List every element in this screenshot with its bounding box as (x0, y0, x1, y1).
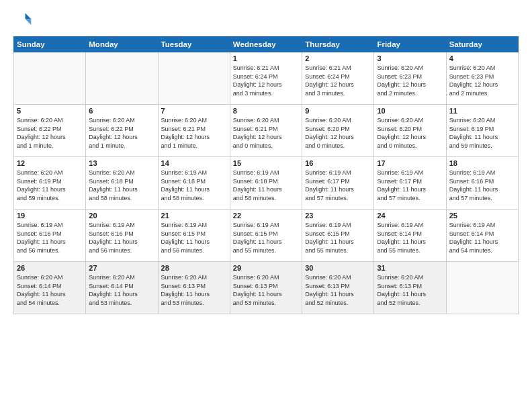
day-info: Sunrise: 6:19 AM Sunset: 6:18 PM Dayligh… (233, 169, 299, 202)
day-number: 14 (161, 159, 227, 167)
calendar-cell: 12Sunrise: 6:20 AM Sunset: 6:19 PM Dayli… (14, 157, 86, 210)
calendar-cell: 13Sunrise: 6:20 AM Sunset: 6:18 PM Dayli… (86, 157, 158, 210)
day-number: 16 (305, 159, 371, 167)
calendar-week-row: 1Sunrise: 6:21 AM Sunset: 6:24 PM Daylig… (14, 52, 519, 105)
day-number: 26 (17, 264, 83, 272)
calendar-cell: 4Sunrise: 6:20 AM Sunset: 6:23 PM Daylig… (446, 52, 518, 105)
day-number: 7 (161, 107, 227, 115)
calendar-cell (14, 52, 86, 105)
day-number: 25 (449, 212, 515, 220)
day-info: Sunrise: 6:20 AM Sunset: 6:20 PM Dayligh… (377, 116, 443, 150)
calendar-cell: 18Sunrise: 6:19 AM Sunset: 6:16 PM Dayli… (446, 157, 518, 210)
calendar-cell: 20Sunrise: 6:19 AM Sunset: 6:16 PM Dayli… (86, 210, 158, 262)
calendar-cell: 3Sunrise: 6:20 AM Sunset: 6:23 PM Daylig… (374, 52, 446, 105)
weekday-header: Friday (374, 37, 446, 52)
day-number: 12 (17, 159, 83, 167)
calendar-cell (86, 52, 158, 105)
calendar-cell: 19Sunrise: 6:19 AM Sunset: 6:16 PM Dayli… (14, 210, 86, 262)
day-info: Sunrise: 6:20 AM Sunset: 6:21 PM Dayligh… (161, 116, 227, 150)
calendar-cell: 22Sunrise: 6:19 AM Sunset: 6:15 PM Dayli… (230, 210, 302, 262)
day-number: 8 (233, 107, 299, 115)
day-number: 4 (449, 54, 515, 62)
day-info: Sunrise: 6:19 AM Sunset: 6:15 PM Dayligh… (305, 221, 371, 255)
weekday-header: Monday (86, 37, 158, 52)
calendar-cell: 8Sunrise: 6:20 AM Sunset: 6:21 PM Daylig… (230, 105, 302, 157)
day-number: 21 (161, 212, 227, 220)
calendar-cell: 27Sunrise: 6:20 AM Sunset: 6:14 PM Dayli… (86, 262, 158, 314)
calendar-cell: 5Sunrise: 6:20 AM Sunset: 6:22 PM Daylig… (14, 105, 86, 157)
day-number: 30 (305, 264, 371, 272)
weekday-header: Saturday (446, 37, 518, 52)
day-info: Sunrise: 6:20 AM Sunset: 6:14 PM Dayligh… (89, 273, 154, 307)
day-number: 24 (377, 212, 443, 220)
calendar-week-row: 26Sunrise: 6:20 AM Sunset: 6:14 PM Dayli… (14, 262, 519, 314)
calendar-cell: 16Sunrise: 6:19 AM Sunset: 6:17 PM Dayli… (302, 157, 374, 210)
day-info: Sunrise: 6:19 AM Sunset: 6:15 PM Dayligh… (161, 221, 227, 255)
calendar-cell: 1Sunrise: 6:21 AM Sunset: 6:24 PM Daylig… (230, 52, 302, 105)
calendar-cell (158, 52, 230, 105)
day-number: 18 (449, 159, 515, 167)
day-number: 9 (305, 107, 371, 115)
calendar-cell: 31Sunrise: 6:20 AM Sunset: 6:13 PM Dayli… (374, 262, 446, 314)
day-info: Sunrise: 6:20 AM Sunset: 6:19 PM Dayligh… (449, 116, 515, 150)
day-info: Sunrise: 6:19 AM Sunset: 6:18 PM Dayligh… (161, 169, 227, 202)
day-info: Sunrise: 6:20 AM Sunset: 6:13 PM Dayligh… (233, 273, 299, 307)
day-info: Sunrise: 6:21 AM Sunset: 6:24 PM Dayligh… (233, 64, 299, 97)
day-info: Sunrise: 6:20 AM Sunset: 6:21 PM Dayligh… (233, 116, 299, 150)
day-info: Sunrise: 6:19 AM Sunset: 6:17 PM Dayligh… (305, 169, 371, 202)
day-number: 17 (377, 159, 443, 167)
day-info: Sunrise: 6:20 AM Sunset: 6:23 PM Dayligh… (377, 64, 443, 97)
day-info: Sunrise: 6:20 AM Sunset: 6:22 PM Dayligh… (17, 116, 83, 150)
calendar-cell: 14Sunrise: 6:19 AM Sunset: 6:18 PM Dayli… (158, 157, 230, 210)
calendar-body: 1Sunrise: 6:21 AM Sunset: 6:24 PM Daylig… (14, 52, 519, 314)
day-info: Sunrise: 6:19 AM Sunset: 6:17 PM Dayligh… (377, 169, 443, 202)
day-info: Sunrise: 6:19 AM Sunset: 6:16 PM Dayligh… (89, 221, 154, 255)
day-info: Sunrise: 6:20 AM Sunset: 6:22 PM Dayligh… (89, 116, 154, 150)
calendar-cell: 9Sunrise: 6:20 AM Sunset: 6:20 PM Daylig… (302, 105, 374, 157)
day-number: 22 (233, 212, 299, 220)
day-number: 31 (377, 264, 443, 272)
page: SundayMondayTuesdayWednesdayThursdayFrid… (0, 0, 532, 411)
day-info: Sunrise: 6:20 AM Sunset: 6:13 PM Dayligh… (161, 273, 227, 307)
day-number: 23 (305, 212, 371, 220)
day-number: 15 (233, 159, 299, 167)
calendar-week-row: 12Sunrise: 6:20 AM Sunset: 6:19 PM Dayli… (14, 157, 519, 210)
day-number: 27 (89, 264, 154, 272)
day-info: Sunrise: 6:20 AM Sunset: 6:23 PM Dayligh… (449, 64, 515, 97)
day-number: 19 (17, 212, 83, 220)
calendar-header: SundayMondayTuesdayWednesdayThursdayFrid… (14, 37, 519, 52)
day-number: 3 (377, 54, 443, 62)
day-number: 2 (305, 54, 371, 62)
day-number: 28 (161, 264, 227, 272)
calendar-week-row: 5Sunrise: 6:20 AM Sunset: 6:22 PM Daylig… (14, 105, 519, 157)
weekday-row: SundayMondayTuesdayWednesdayThursdayFrid… (14, 37, 519, 52)
logo-icon (13, 11, 32, 30)
calendar-week-row: 19Sunrise: 6:19 AM Sunset: 6:16 PM Dayli… (14, 210, 519, 262)
day-number: 5 (17, 107, 83, 115)
calendar-cell: 29Sunrise: 6:20 AM Sunset: 6:13 PM Dayli… (230, 262, 302, 314)
calendar-cell: 2Sunrise: 6:21 AM Sunset: 6:24 PM Daylig… (302, 52, 374, 105)
calendar-cell (446, 262, 518, 314)
weekday-header: Thursday (302, 37, 374, 52)
day-info: Sunrise: 6:20 AM Sunset: 6:19 PM Dayligh… (17, 169, 83, 202)
day-info: Sunrise: 6:19 AM Sunset: 6:15 PM Dayligh… (233, 221, 299, 255)
day-number: 11 (449, 107, 515, 115)
calendar-cell: 28Sunrise: 6:20 AM Sunset: 6:13 PM Dayli… (158, 262, 230, 314)
calendar-cell: 25Sunrise: 6:19 AM Sunset: 6:14 PM Dayli… (446, 210, 518, 262)
calendar-cell: 21Sunrise: 6:19 AM Sunset: 6:15 PM Dayli… (158, 210, 230, 262)
header (13, 11, 519, 30)
day-info: Sunrise: 6:20 AM Sunset: 6:18 PM Dayligh… (89, 169, 154, 202)
calendar-cell: 23Sunrise: 6:19 AM Sunset: 6:15 PM Dayli… (302, 210, 374, 262)
svg-marker-1 (26, 19, 32, 25)
day-info: Sunrise: 6:19 AM Sunset: 6:16 PM Dayligh… (17, 221, 83, 255)
calendar-cell: 10Sunrise: 6:20 AM Sunset: 6:20 PM Dayli… (374, 105, 446, 157)
day-number: 20 (89, 212, 154, 220)
calendar-cell: 6Sunrise: 6:20 AM Sunset: 6:22 PM Daylig… (86, 105, 158, 157)
day-number: 13 (89, 159, 154, 167)
logo (13, 11, 35, 30)
day-info: Sunrise: 6:20 AM Sunset: 6:13 PM Dayligh… (377, 273, 443, 307)
day-info: Sunrise: 6:21 AM Sunset: 6:24 PM Dayligh… (305, 64, 371, 97)
day-info: Sunrise: 6:20 AM Sunset: 6:13 PM Dayligh… (305, 273, 371, 307)
weekday-header: Wednesday (230, 37, 302, 52)
calendar: SundayMondayTuesdayWednesdayThursdayFrid… (13, 36, 519, 314)
